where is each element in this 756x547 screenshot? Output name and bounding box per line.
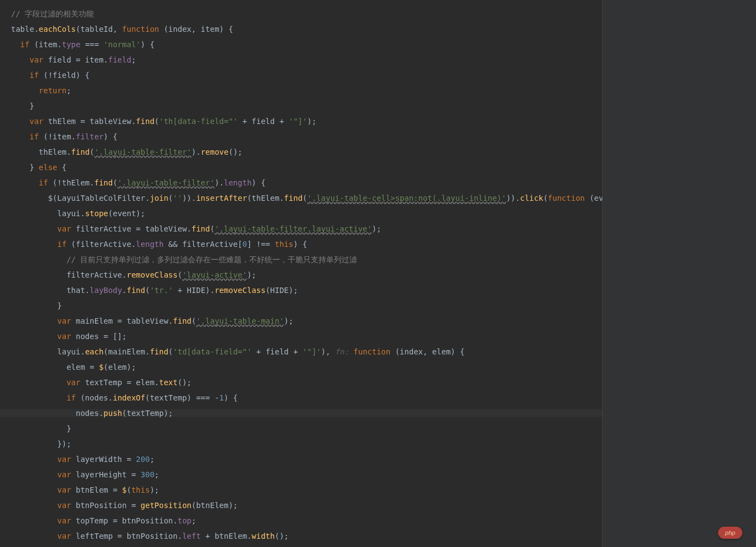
php-logo-badge: php — [718, 527, 742, 539]
code-line-current: nodes.push(textTemp); — [0, 409, 602, 417]
editor-gutter — [602, 0, 756, 547]
